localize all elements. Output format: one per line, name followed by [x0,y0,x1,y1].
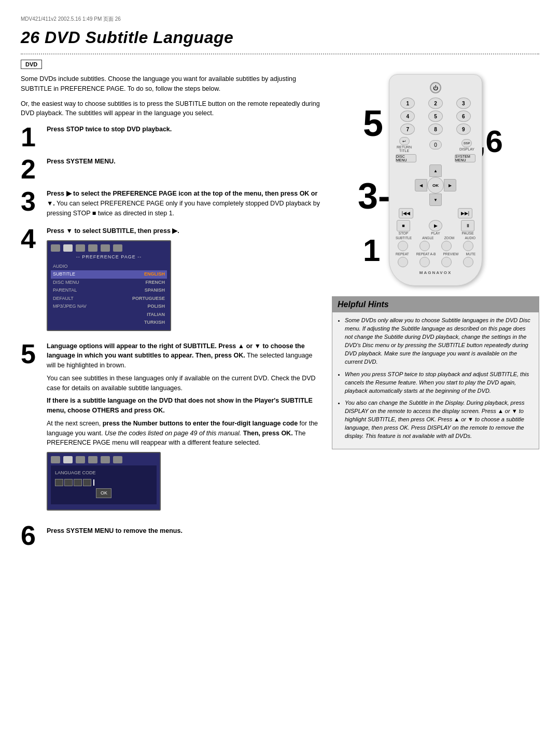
num-btn-4[interactable]: 4 [400,111,415,122]
system-rect[interactable]: SYSTEM MENU [455,154,475,162]
bottom-labels-1: SUBTITLE ANGLE ZOOM AUDIO [395,236,477,240]
screen-icons-row [51,244,167,252]
num-btn-2[interactable]: 2 [428,98,443,109]
prev-btn[interactable]: |◀◀ [399,208,413,218]
angle-btn[interactable] [419,241,430,251]
dpad-up[interactable]: ▲ [429,164,442,177]
display-btn[interactable]: DSP DISPLAY [459,139,474,151]
step-overlay-1: 1 [363,235,380,266]
return-display-row: ↩ RETURN TITLE 0 DSP DISPLAY [395,137,477,153]
screen-value-mpjpeg: POLISH [147,303,165,310]
mute-btn[interactable] [463,257,473,267]
dpad-left[interactable]: ◀ [415,179,427,191]
screen-label-audio: AUDIO [53,263,68,270]
disc-menu-btn[interactable]: DISC MENU [396,154,416,162]
num-btn-3[interactable]: 3 [456,98,471,109]
subtitle-label: SUBTITLE [396,236,412,240]
screen-row-subtitle: SUBTITLE ENGLISH [51,270,167,279]
remote-container: 5 2,6 3-5 1 ⏻ 1 2 3 4 5 [379,74,493,286]
display-label: DISPLAY [459,147,474,151]
mute-label: MUTE [466,252,475,256]
stop-label: STOP [399,231,409,235]
dpad-ok[interactable]: OK [427,177,444,194]
subtitle-btn[interactable] [398,241,408,251]
helpful-hints-content: Some DVDs only allow you to choose Subti… [332,312,539,449]
system-menu-btn[interactable]: SYSTEM MENU [455,154,475,162]
num-btn-7[interactable]: 7 [400,123,415,135]
repeat-ab-label: REPEAT A-B [416,252,436,256]
repeat-ab-btn[interactable] [419,257,430,267]
screen-row-discmenu: DISC MENU FRENCH [51,279,167,287]
screen2-icons-row [51,456,157,463]
number-grid: 1 2 3 4 5 6 7 8 9 [395,98,477,135]
zero-btn[interactable]: 0 [429,140,442,149]
audio-label: AUDIO [465,236,475,240]
num-btn-6[interactable]: 6 [456,111,471,122]
play-btn-group: ▶ PLAY [429,220,442,235]
screen-label-subtitle: SUBTITLE [53,271,75,278]
return-btn[interactable]: ↩ RETURN TITLE [397,137,412,153]
audio-btn[interactable] [463,241,473,251]
step-5: 5 Language options will appear to the ri… [21,340,321,515]
screen2-icon-3 [76,456,85,463]
step-4-content: Press ▼ to select SUBTITLE, then press ▶… [47,225,321,335]
num-btn-5[interactable]: 5 [428,111,443,122]
step-5-text2: You can see subtitles in these languages… [47,374,321,393]
hint-3: You also can change the Subtitle in the … [345,399,534,441]
step-6-number: 6 [21,522,41,549]
step-1: 1 Press STOP twice to stop DVD playback. [21,123,321,150]
repeat-btn[interactable] [398,257,408,267]
next-btn[interactable]: ▶▶| [458,208,472,218]
screen-mockup-2: LANGUAGE CODE OK [47,452,161,511]
header-bar: MDV421/411v2 2002.5.16 1:49 PM 页面 26 [21,16,539,23]
screen-row-italian: ITALIAN [51,311,167,319]
screen-icon-3 [76,244,85,252]
page-title: 26 DVD Subtitle Language [21,28,539,47]
screen-row-default: DEFAULT PORTUGUESE [51,295,167,303]
pause-button[interactable]: ⏸ [461,220,474,231]
screen-label-discmenu: DISC MENU [53,279,79,286]
hint-2-text: When you press STOP twice to stop playba… [345,371,529,394]
play-button[interactable]: ▶ [429,220,442,231]
lang-code-boxes [55,479,91,486]
screen-value-default: PORTUGUESE [132,295,165,303]
num-btn-9[interactable]: 9 [456,123,471,135]
num-btn-8[interactable]: 8 [428,123,443,135]
disc-system-row: DISC MENU SYSTEM MENU [395,154,477,162]
dvd-badge: DVD [21,60,42,69]
screen-value-subtitle: ENGLISH [144,271,165,278]
screen-value-discmenu: FRENCH [146,279,165,286]
remote-control: ⏻ 1 2 3 4 5 6 7 8 9 [389,74,482,286]
prev-next-row: |◀◀ ▶▶| [395,208,477,218]
zoom-btn[interactable] [441,241,452,251]
divider [21,53,539,54]
magnavox-logo: MAGNAVOX [395,270,477,275]
screen-icon-1 [51,244,60,252]
num-btn-1[interactable]: 1 [400,98,415,109]
lang-code-cursor [93,479,94,486]
pause-label: PAUSE [461,231,473,235]
helpful-hints-title: Helpful Hints [332,297,539,312]
pause-btn-group: ⏸ PAUSE [461,220,474,235]
step-5-text1: Language options will appear to the righ… [47,341,321,370]
display-circle[interactable]: DSP [461,139,472,147]
disc-rect[interactable]: DISC MENU [396,154,416,162]
step-3-text-normal: You can select PREFERENCE PAGE only if y… [47,200,320,217]
intro-text-2: Or, the easiest way to choose subtitles … [21,99,321,119]
power-button[interactable]: ⏻ [430,82,441,93]
step-4-text: Press ▼ to select SUBTITLE, then press ▶… [47,227,179,235]
helpful-hints-box: Helpful Hints Some DVDs only allow you t… [332,296,539,449]
screen-row-parental: PARENTAL SPANISH [51,286,167,295]
dpad-down[interactable]: ▼ [429,194,442,206]
dpad-right[interactable]: ▶ [444,179,456,191]
lang-code-box-2 [64,479,73,486]
screen-label-default: DEFAULT [53,295,74,303]
screen-row-audio: AUDIO [51,263,167,271]
return-circle[interactable]: ↩ [399,137,410,145]
preview-btn[interactable] [441,257,452,267]
stop-button[interactable]: ■ [397,220,410,231]
hint-3-text: You also can change the Subtitle in the … [345,400,525,439]
step-3-content: Press ▶ to select the PREFERENCE PAGE ic… [47,188,321,220]
left-column: Some DVDs include subtitles. Choose the … [21,74,321,549]
lang-code-box-1 [55,479,63,486]
